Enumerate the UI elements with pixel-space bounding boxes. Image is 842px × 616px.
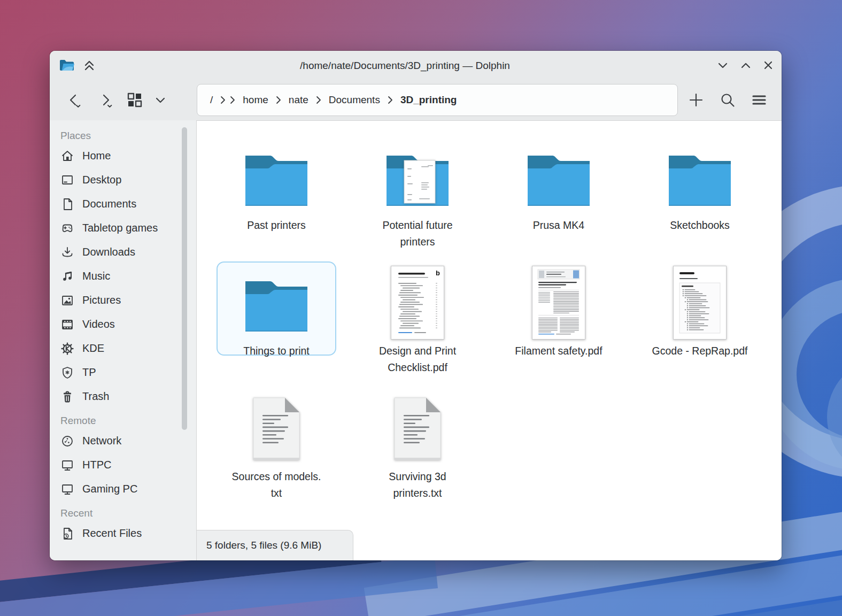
document-icon — [60, 197, 74, 211]
breadcrumb-segment-3d-printing[interactable]: 3D_printing — [396, 92, 461, 108]
sidebar-item-videos[interactable]: Videos — [57, 312, 196, 336]
sidebar-item-label: Gaming PC — [82, 483, 137, 495]
search-button[interactable] — [716, 88, 739, 112]
file-item-label: Sources of models.txt — [209, 468, 344, 502]
film-icon — [60, 318, 74, 332]
home-icon — [60, 149, 74, 163]
breadcrumb-segment-documents[interactable]: Documents — [325, 92, 384, 108]
breadcrumb-separator-icon — [219, 95, 227, 105]
sidebar-item-kde[interactable]: KDE — [57, 336, 196, 360]
sidebar-item-gaming-pc[interactable]: Gaming PC — [57, 477, 196, 501]
sidebar-item-htpc[interactable]: HTPC — [57, 453, 196, 477]
sidebar-item-downloads[interactable]: Downloads — [57, 240, 196, 264]
file-item-surviving-3d-printers-txt[interactable]: Surviving 3dprinters.txt — [347, 387, 488, 513]
file-item-filament-safety-pdf[interactable]: Filament safety.pdf — [488, 261, 629, 387]
folder-icon — [347, 136, 488, 216]
breadcrumb-segment-[interactable]: / — [206, 92, 217, 108]
file-item-label: Past printers — [209, 217, 344, 234]
download-icon — [60, 245, 74, 259]
file-item-label: Gcode - RepRap.pdf — [632, 343, 767, 359]
svg-text:b: b — [436, 269, 440, 277]
sidebar: PlacesHomeDesktopDocumentsTabletop games… — [50, 120, 196, 560]
sidebar-item-recent-files[interactable]: Recent Files — [57, 521, 196, 545]
icons-view-grid-button[interactable] — [123, 88, 146, 112]
double-chevron-up-icon[interactable] — [80, 56, 99, 75]
sidebar-item-tabletop-games[interactable]: Tabletop games — [57, 216, 196, 240]
sidebar-item-desktop[interactable]: Desktop — [57, 168, 196, 192]
breadcrumb-segment-home[interactable]: home — [238, 92, 273, 108]
network-icon — [60, 434, 74, 448]
music-note-icon — [60, 270, 74, 283]
file-item-prusa-mk4[interactable]: Prusa MK4 — [488, 136, 629, 261]
view-dropdown-chevron[interactable] — [149, 88, 172, 112]
gamepad-icon — [60, 221, 74, 235]
sidebar-item-label: Music — [82, 270, 110, 282]
sidebar-item-label: Tabletop games — [82, 222, 158, 234]
dolphin-app-icon — [57, 56, 76, 75]
sidebar-item-tp[interactable]: TP — [57, 360, 196, 384]
file-item-sources-of-models-txt[interactable]: Sources of models.txt — [206, 387, 347, 513]
file-item-gcode-reprap-pdf[interactable]: Gcode - RepRap.pdf — [629, 261, 770, 387]
desktop-icon — [60, 173, 74, 187]
monitor-icon — [60, 458, 74, 472]
file-item-design-and-print-checklist-pdf[interactable]: bDesign and PrintChecklist.pdf — [347, 261, 488, 387]
sidebar-section-heading-recent: Recent — [60, 507, 196, 519]
breadcrumb-separator-icon — [229, 95, 236, 105]
sidebar-item-documents[interactable]: Documents — [57, 192, 196, 216]
dolphin-window: /home/nate/Documents/3D_printing — Dolph… — [50, 51, 782, 560]
sidebar-item-label: Videos — [82, 318, 115, 330]
breadcrumb-separator-icon — [315, 95, 322, 105]
file-item-label: Sketchbooks — [632, 217, 767, 234]
sidebar-item-music[interactable]: Music — [57, 264, 196, 288]
sidebar-scrollbar-thumb[interactable] — [182, 127, 187, 430]
file-preview-icon — [206, 387, 347, 467]
status-bar: 5 folders, 5 files (9.6 MiB) — [197, 530, 353, 560]
sidebar-item-trash[interactable]: Trash — [57, 384, 196, 409]
file-item-things-to-print[interactable]: Things to print — [206, 261, 347, 387]
file-view: 5 folders, 5 files (9.6 MiB) Past printe… — [196, 120, 782, 560]
sidebar-item-label: Home — [82, 150, 111, 162]
breadcrumb-separator-icon — [387, 95, 394, 105]
sidebar-item-label: Documents — [82, 198, 136, 210]
toolbar: /homenateDocuments3D_printing — [50, 79, 782, 120]
sidebar-item-label: TP — [82, 366, 96, 379]
picture-icon — [60, 294, 74, 307]
file-item-label: Prusa MK4 — [491, 217, 626, 234]
trash-icon — [60, 390, 74, 404]
breadcrumb-separator-icon — [275, 95, 282, 105]
file-preview-icon — [488, 261, 629, 342]
close-button[interactable] — [759, 56, 778, 75]
file-item-label: Filament safety.pdf — [491, 343, 626, 359]
minimize-button[interactable] — [713, 56, 732, 75]
kde-gear-icon — [60, 342, 74, 356]
breadcrumb-segment-nate[interactable]: nate — [284, 92, 313, 108]
breadcrumb[interactable]: /homenateDocuments3D_printing — [197, 84, 678, 116]
desktop-wallpaper: /home/nate/Documents/3D_printing — Dolph… — [0, 0, 842, 616]
split-view-button[interactable] — [684, 88, 708, 112]
forward-button[interactable] — [94, 88, 117, 112]
sidebar-item-label: Desktop — [82, 174, 121, 186]
file-item-label: Things to print — [209, 343, 344, 359]
file-item-label: Potential futureprinters — [350, 217, 485, 250]
sidebar-section-heading-places: Places — [60, 130, 196, 142]
file-item-potential-future-printers[interactable]: Potential futureprinters — [347, 136, 488, 261]
file-item-past-printers[interactable]: Past printers — [206, 136, 347, 261]
sidebar-section-heading-remote: Remote — [60, 415, 196, 427]
file-item-sketchbooks[interactable]: Sketchbooks — [629, 136, 770, 261]
folder-icon — [206, 136, 347, 216]
folder-icon — [206, 261, 347, 342]
folder-icon — [629, 136, 770, 216]
file-preview-icon — [347, 387, 488, 467]
file-preview-icon: b — [347, 261, 488, 342]
window-chrome: /home/nate/Documents/3D_printing — Dolph… — [50, 51, 782, 120]
sidebar-item-pictures[interactable]: Pictures — [57, 288, 196, 312]
sidebar-item-network[interactable]: Network — [57, 429, 196, 453]
file-preview-icon — [629, 261, 770, 342]
recent-files-icon — [60, 527, 74, 541]
file-item-label: Surviving 3dprinters.txt — [350, 468, 485, 502]
sidebar-item-label: Pictures — [82, 294, 121, 306]
sidebar-item-home[interactable]: Home — [57, 144, 196, 168]
hamburger-menu-button[interactable] — [747, 88, 771, 112]
maximize-button[interactable] — [736, 56, 755, 75]
back-button[interactable] — [62, 88, 86, 112]
